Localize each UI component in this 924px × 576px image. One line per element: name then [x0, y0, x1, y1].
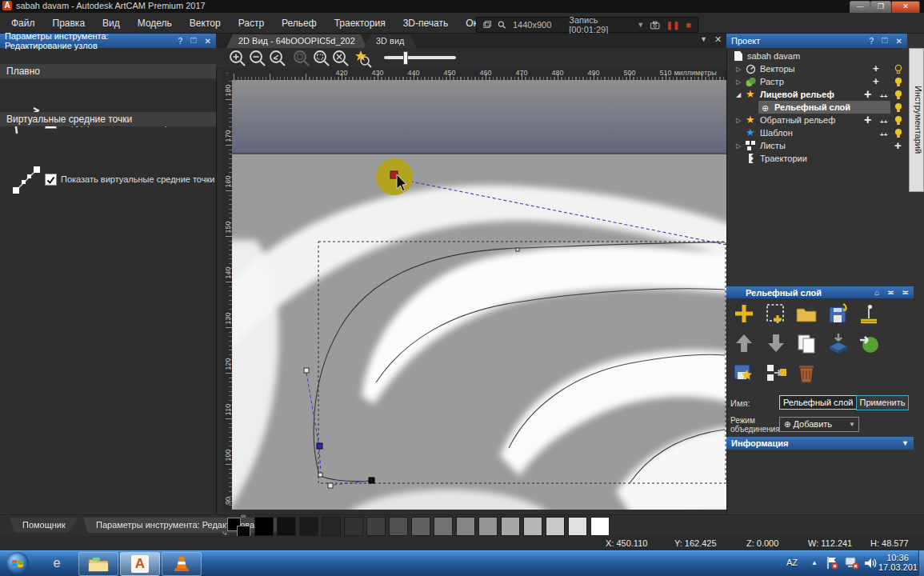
tree-row-root[interactable]: sabah davam [726, 50, 908, 62]
window-select-icon[interactable] [483, 20, 491, 30]
save-layer-icon[interactable] [827, 302, 850, 325]
expander-icon[interactable]: ▷ [736, 114, 741, 127]
delete-layer-icon[interactable] [795, 362, 818, 384]
zoom-box-icon[interactable] [312, 49, 331, 68]
action-center-flag-icon[interactable] [826, 556, 838, 570]
menu-raster[interactable]: Растр [238, 18, 264, 29]
project-help-icon[interactable]: ? [869, 37, 874, 46]
add-icon[interactable]: + [894, 139, 902, 152]
pause-recording-button[interactable]: ❚❚ [666, 21, 680, 30]
menu-edit[interactable]: Правка [53, 18, 86, 29]
move-layer-up-icon[interactable] [733, 332, 755, 354]
tree-row-toolpaths[interactable]: Траектории [726, 152, 908, 165]
merge-mode-dropdown[interactable]: ⊕ Добавить ▼ [779, 417, 859, 432]
palette-swatch[interactable] [546, 517, 565, 536]
minimize-button[interactable]: — [850, 1, 870, 14]
tab-assistant[interactable]: Помощник [10, 518, 78, 533]
merge-layers-icon[interactable] [827, 332, 850, 354]
tab-3d-view[interactable]: 3D вид [364, 34, 417, 48]
palette-swatch[interactable] [568, 517, 587, 536]
screenshot-icon[interactable] [650, 21, 659, 30]
new-layer-from-selection-icon[interactable] [765, 302, 787, 325]
tab-list-icon[interactable]: ▼ [700, 35, 707, 43]
magnifier-icon[interactable] [498, 20, 506, 30]
language-indicator[interactable]: AZ [786, 558, 798, 567]
apply-button[interactable]: Применить [856, 395, 909, 410]
zoom-selected-icon[interactable] [354, 49, 373, 68]
add-icon[interactable]: + [873, 62, 879, 75]
add-icon[interactable]: + [864, 114, 871, 126]
menu-relief[interactable]: Рельеф [282, 18, 317, 29]
menu-view[interactable]: Вид [102, 18, 120, 29]
visibility-bulb-icon[interactable] [894, 102, 902, 113]
stop-recording-button[interactable]: ■ [686, 20, 691, 30]
tab-2d-view[interactable]: 2D Вид - 64bOOOPIC5d_202 [226, 34, 367, 48]
add-layer-icon[interactable] [733, 302, 755, 325]
canvas-2d-view[interactable] [232, 80, 726, 510]
palette-swatch[interactable] [254, 517, 274, 536]
visibility-bulb-icon[interactable] [894, 90, 902, 100]
tree-row-relief-layer[interactable]: ⊕ Рельефный слой [726, 101, 908, 114]
tray-expand-icon[interactable]: ▲ [811, 559, 818, 566]
taskbar-ie-button[interactable]: e [40, 552, 74, 574]
panel-home-icon[interactable]: ⌂ [874, 288, 879, 297]
zoom-slider-handle[interactable] [403, 51, 408, 65]
restore-button[interactable]: ❐ [870, 1, 891, 14]
network-status-icon[interactable] [845, 557, 859, 570]
zoom-fit-icon[interactable] [331, 49, 350, 68]
palette-swatch[interactable] [277, 517, 296, 536]
export-layer-icon[interactable] [858, 332, 880, 354]
tree-row-raster[interactable]: ▷ Растр + [726, 75, 908, 88]
expander-expanded-icon[interactable]: ◢ [736, 89, 741, 102]
menu-toolpath[interactable]: Траектория [334, 18, 386, 29]
transfer-layer-icon[interactable] [765, 362, 787, 384]
palette-swatch[interactable] [523, 517, 542, 536]
palette-swatch[interactable] [501, 517, 520, 536]
tree-row-template[interactable]: ★ Шаблон [726, 126, 908, 139]
tab-close-icon[interactable]: ✕ [714, 34, 722, 45]
clock[interactable]: 10:36 17.03.2017 [878, 553, 917, 572]
menu-model[interactable]: Модель [138, 18, 172, 29]
info-section-bar[interactable]: Информация ▼ [726, 437, 914, 450]
shape-editor-icon[interactable] [858, 302, 880, 325]
pin-icon[interactable]: ⏍ [190, 36, 197, 46]
menu-3dprint[interactable]: 3D-печать [403, 18, 449, 29]
help-icon[interactable]: ? [178, 37, 182, 46]
midpoints-checkbox[interactable] [45, 174, 57, 186]
visibility-bulb-icon[interactable] [894, 128, 902, 138]
palette-swatch[interactable] [389, 517, 408, 536]
tree-row-back-relief[interactable]: ▷ ★ Обратный рельеф + ++++ [726, 114, 908, 126]
recorder-dropdown-icon[interactable]: ▼ [637, 21, 644, 29]
visibility-bulb-icon[interactable] [894, 115, 902, 126]
palette-swatch[interactable] [299, 517, 318, 536]
duplicate-layer-icon[interactable] [795, 332, 818, 354]
move-layer-down-icon[interactable] [765, 332, 787, 354]
load-layer-icon[interactable] [795, 302, 818, 325]
start-button[interactable] [6, 552, 29, 574]
zoom-previous-icon[interactable] [268, 49, 287, 68]
add-icon[interactable]: + [873, 75, 879, 88]
tree-row-front-relief[interactable]: ◢ ★ Лицевой рельеф + ++++ [726, 88, 908, 101]
zoom-in-icon[interactable] [228, 49, 247, 68]
menu-file[interactable]: Файл [11, 18, 35, 29]
palette-swatch[interactable] [366, 517, 386, 536]
expander-icon[interactable]: ▷ [736, 76, 741, 89]
visibility-bulb-off-icon[interactable] [894, 64, 902, 74]
palette-swatch[interactable] [478, 517, 498, 536]
palette-swatch[interactable] [322, 517, 341, 536]
close-panel-icon[interactable]: ✕ [205, 37, 211, 46]
project-pin-icon[interactable]: ⏍ [882, 36, 888, 46]
palette-swatch[interactable] [411, 517, 430, 536]
visibility-bulb-icon[interactable] [894, 77, 902, 87]
show-desktop-button[interactable] [918, 550, 924, 576]
project-close-icon[interactable]: ✕ [896, 37, 902, 46]
close-button[interactable]: ✕ [891, 1, 920, 14]
add-icon[interactable]: + [864, 88, 871, 101]
toolbox-side-tab[interactable]: Инструментарий [909, 48, 924, 192]
zoom-slider-track[interactable] [384, 56, 456, 59]
save-layer-as-icon[interactable] [733, 362, 755, 384]
palette-swatch[interactable] [434, 517, 453, 536]
taskbar-artcam-button-active[interactable]: A [120, 552, 160, 576]
volume-icon[interactable] [864, 557, 877, 570]
tree-row-vectors[interactable]: ▷ Векторы + [726, 62, 908, 75]
